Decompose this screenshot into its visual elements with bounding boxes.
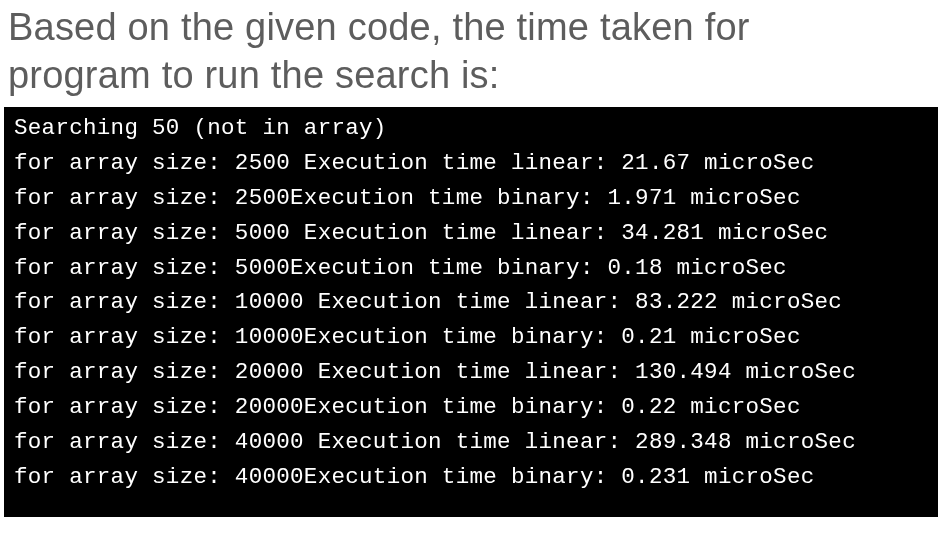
terminal-output: Searching 50 (not in array) for array si… bbox=[4, 107, 938, 517]
heading-line-2: program to run the search is: bbox=[8, 54, 500, 96]
heading-line-1: Based on the given code, the time taken … bbox=[8, 6, 750, 48]
terminal-title: Searching 50 (not in array) bbox=[14, 115, 387, 141]
terminal-lines: for array size: 2500 Execution time line… bbox=[14, 150, 856, 490]
explanation-heading: Based on the given code, the time taken … bbox=[0, 0, 942, 107]
